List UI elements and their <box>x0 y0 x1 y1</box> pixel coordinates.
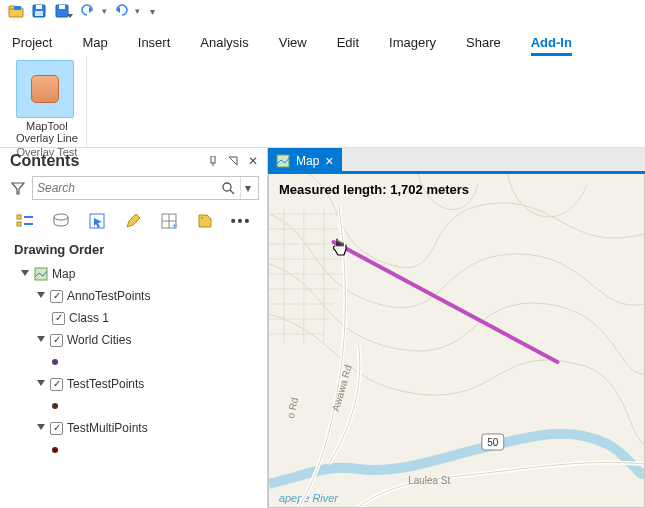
map-tab-icon <box>276 154 290 168</box>
autohide-icon[interactable] <box>205 153 221 169</box>
expand-icon[interactable] <box>36 336 46 344</box>
menu-map[interactable]: Map <box>82 35 107 56</box>
svg-rect-5 <box>35 11 43 16</box>
menu-analysis[interactable]: Analysis <box>200 35 248 56</box>
menu-imagery[interactable]: Imagery <box>389 35 436 56</box>
contents-pane: Contents ✕ ▾ + ••• <box>0 148 268 508</box>
map-pane: Map × Measured length: 1,702 meters <box>268 148 645 508</box>
list-labeling-icon[interactable] <box>194 210 216 232</box>
maptool-overlay-line-button[interactable] <box>16 60 74 118</box>
svg-rect-17 <box>17 215 21 219</box>
layer-label: TestTestPoints <box>67 377 144 391</box>
layer-class-row[interactable]: Class 1 <box>14 307 257 329</box>
save-icon[interactable] <box>30 2 50 20</box>
close-pane-icon[interactable]: ✕ <box>245 153 261 169</box>
list-editing-icon[interactable] <box>122 210 144 232</box>
search-icon[interactable] <box>220 181 236 195</box>
map-frame-label: Map <box>52 267 75 281</box>
svg-line-16 <box>230 190 234 194</box>
layer-symbol-row <box>14 439 257 461</box>
layer-tree: Map AnnoTestPoints Class 1 World Cities <box>14 263 257 461</box>
qat-customize-icon[interactable]: ▾ <box>150 6 155 17</box>
drawing-order-heading: Drawing Order <box>14 242 257 257</box>
map-icon <box>34 267 48 281</box>
layer-label: AnnoTestPoints <box>67 289 150 303</box>
svg-marker-33 <box>37 336 45 342</box>
measurement-overlay: Measured length: 1,702 meters <box>279 182 469 197</box>
svg-marker-24 <box>127 214 140 227</box>
svg-rect-19 <box>17 222 21 226</box>
maptool-icon <box>31 75 59 103</box>
search-input[interactable] <box>37 181 220 195</box>
pin-icon[interactable] <box>225 153 241 169</box>
contents-title: Contents <box>10 152 201 170</box>
svg-rect-4 <box>36 5 42 9</box>
map-view-tab[interactable]: Map × <box>268 148 342 174</box>
layer-label: TestMultiPoints <box>67 421 148 435</box>
menu-view[interactable]: View <box>279 35 307 56</box>
menu-edit[interactable]: Edit <box>337 35 359 56</box>
layer-visibility-checkbox[interactable] <box>50 290 63 303</box>
svg-rect-7 <box>59 5 65 9</box>
map-frame-row[interactable]: Map <box>14 263 257 285</box>
main-menu-bar: Project Map Insert Analysis View Edit Im… <box>0 22 645 56</box>
class-label: Class 1 <box>69 311 109 325</box>
menu-insert[interactable]: Insert <box>138 35 171 56</box>
point-symbol-icon <box>52 447 58 453</box>
layer-visibility-checkbox[interactable] <box>50 422 63 435</box>
expand-icon[interactable] <box>36 424 46 432</box>
svg-text:apepe River: apepe River <box>279 492 339 504</box>
svg-point-21 <box>54 214 68 220</box>
undo-icon[interactable] <box>78 2 98 20</box>
more-options-icon[interactable]: ••• <box>230 210 252 232</box>
menu-project[interactable]: Project <box>12 35 52 56</box>
ribbon: MapToolOverlay Line Overlay Test <box>0 56 645 148</box>
filter-icon[interactable] <box>8 176 28 200</box>
list-drawing-order-icon[interactable] <box>14 210 36 232</box>
close-tab-icon[interactable]: × <box>325 153 333 169</box>
ribbon-button-label: MapToolOverlay Line <box>16 120 78 144</box>
ribbon-group-overlay-test: MapToolOverlay Line Overlay Test <box>8 56 87 147</box>
layer-visibility-checkbox[interactable] <box>50 378 63 391</box>
layer-visibility-checkbox[interactable] <box>50 334 63 347</box>
layer-row[interactable]: TestTestPoints <box>14 373 257 395</box>
search-dropdown-icon[interactable]: ▾ <box>240 177 254 199</box>
list-data-source-icon[interactable] <box>50 210 72 232</box>
menu-addin[interactable]: Add-In <box>531 35 572 56</box>
undo-dropdown-icon[interactable]: ▾ <box>102 6 107 16</box>
list-selection-icon[interactable] <box>86 210 108 232</box>
list-snapping-icon[interactable]: + <box>158 210 180 232</box>
redo-dropdown-icon[interactable]: ▾ <box>135 6 140 16</box>
svg-rect-11 <box>211 156 215 163</box>
expand-icon[interactable] <box>36 380 46 388</box>
save-as-icon[interactable] <box>54 2 74 20</box>
layer-row[interactable]: TestMultiPoints <box>14 417 257 439</box>
svg-marker-35 <box>37 424 45 430</box>
expand-icon[interactable] <box>36 292 46 300</box>
map-canvas: apepe River o Rd Awawa Rd Laulea St 50 <box>269 174 644 507</box>
map-tab-label: Map <box>296 154 319 168</box>
point-symbol-icon <box>52 359 58 365</box>
menu-share[interactable]: Share <box>466 35 501 56</box>
expand-icon[interactable] <box>20 270 30 278</box>
layer-row[interactable]: AnnoTestPoints <box>14 285 257 307</box>
svg-text:Laulea St: Laulea St <box>408 475 450 486</box>
class-visibility-checkbox[interactable] <box>52 312 65 325</box>
list-mode-toolbar: + ••• <box>0 200 267 238</box>
point-symbol-icon <box>52 403 58 409</box>
redo-icon[interactable] <box>111 2 131 20</box>
search-box[interactable]: ▾ <box>32 176 259 200</box>
svg-marker-32 <box>37 292 45 298</box>
svg-marker-23 <box>94 218 102 228</box>
layer-row[interactable]: World Cities <box>14 329 257 351</box>
svg-text:50: 50 <box>487 437 499 448</box>
map-view[interactable]: Measured length: 1,702 meters <box>268 174 645 508</box>
svg-point-29 <box>201 217 203 219</box>
quick-access-toolbar: ▾ ▾ ▾ <box>0 0 645 22</box>
map-tab-bar: Map × <box>268 148 645 174</box>
open-project-icon[interactable] <box>6 2 26 20</box>
svg-rect-2 <box>14 6 21 10</box>
svg-marker-30 <box>21 270 29 276</box>
svg-text:+: + <box>172 221 177 230</box>
layer-symbol-row <box>14 395 257 417</box>
